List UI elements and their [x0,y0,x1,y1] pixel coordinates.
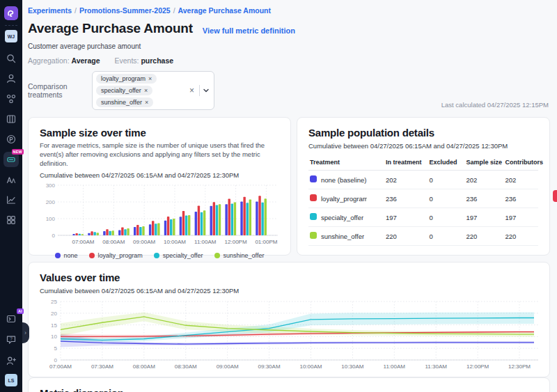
left-sidebar: WJ NEW [0,0,22,392]
breadcrumb-item[interactable]: Promotions-Summer-2025 [79,6,171,15]
treatment-cell: specialty_offer [308,208,384,227]
table-cell: 197 [503,208,538,227]
help-chat-icon[interactable]: ? [3,332,19,347]
chip-remove-icon[interactable]: × [148,75,152,82]
chip-remove-icon[interactable]: × [144,87,148,94]
sample-size-title: Sample size over time [40,127,279,139]
svg-text:10: 10 [51,334,57,340]
table-cell: 0 [428,227,465,246]
invite-user-icon[interactable] [3,353,19,368]
sample-size-bar-chart: 010020030007:00AM08:00AM09:00AM10:00AM11… [40,181,279,251]
chip-remove-icon[interactable]: × [145,99,148,106]
svg-text:09:00AM: 09:00AM [133,239,155,245]
legend-item: none [55,252,78,259]
legend-dot [214,253,220,258]
dashboards-icon[interactable] [3,212,19,228]
feedback-tab[interactable] [553,190,557,202]
statsig-logo-icon[interactable] [4,6,18,20]
pulse-icon[interactable] [3,132,19,147]
table-row: specialty_offer1970197197 [308,208,538,227]
legend-dot [55,253,61,258]
autotune-icon[interactable] [3,172,19,187]
treatment-chip-label: specialty_offer [101,87,141,94]
legend-item: loyalty_program [89,252,143,259]
chevron-down-icon[interactable] [202,86,210,95]
svg-text:12:00PM: 12:00PM [225,239,247,245]
table-row: loyalty_program2360236236 [308,189,538,208]
legend-item: sunshine_offer [214,252,265,259]
legend-label: specialty_offer [163,252,203,259]
svg-text:25: 25 [51,299,57,305]
clear-all-icon[interactable]: × [187,86,197,95]
breadcrumb: Experiments/Promotions-Summer-2025/Avera… [28,6,550,15]
table-header: Contributors [503,155,538,171]
user-avatar[interactable]: LS [5,374,17,386]
values-over-time-card: Values over time Cumulative between 04/2… [28,262,550,377]
breadcrumb-item[interactable]: Average Purchase Amount [178,6,271,15]
treatment-name: loyalty_program [321,195,367,203]
aggregation-label: Aggregation: [28,56,70,65]
view-metric-definition-link[interactable]: View full metric definition [203,26,295,35]
table-cell: 0 [428,189,465,208]
select-divider [199,85,200,96]
svg-text:5: 5 [54,345,58,352]
table-cell: 0 [428,171,465,189]
svg-text:09:00AM: 09:00AM [217,363,239,370]
treatment-name: specialty_offer [321,214,363,221]
user-icon[interactable] [3,71,19,86]
svg-text:08:00AM: 08:00AM [102,239,125,245]
values-cumulative: Cumulative between 04/27/2025 06:15AM an… [40,287,538,295]
sidebar-divider [5,25,17,26]
treatment-chip[interactable]: sunshine_offer× [96,97,153,107]
table-header: Sample size [464,155,503,171]
svg-text:07:30AM: 07:30AM [91,363,113,370]
sample-size-description: For average metrics, sample size is the … [40,141,279,168]
population-details-card: Sample population details Cumulative bet… [297,117,550,256]
treatment-chip-label: sunshine_offer [101,99,142,106]
dispersion-title: Metric dispersion [40,387,538,392]
treatment-cell: loyalty_program [308,189,384,208]
treatment-cell: none (baseline) [308,171,384,189]
table-cell: 220 [384,227,428,246]
svg-text:15: 15 [51,322,57,329]
metrics-icon[interactable] [3,192,19,207]
app-window: WJ NEW [0,0,557,392]
sample-size-card: Sample size over time For average metric… [28,117,291,256]
table-cell: 0 [428,208,465,227]
svg-text:10:00AM: 10:00AM [164,239,186,245]
comparison-label: Comparison treatments [28,82,92,99]
svg-text:11:30AM: 11:30AM [425,363,447,370]
treatment-chip[interactable]: specialty_offer× [96,86,152,95]
treatment-color-swatch [310,232,317,239]
svg-text:07:00AM: 07:00AM [72,239,94,245]
treatment-name: sunshine_offer [321,233,364,240]
table-cell: 236 [464,189,503,208]
search-icon[interactable] [3,51,19,66]
metric-dispersion-card: Metric dispersion Cumulative between 04/… [28,377,550,392]
svg-text:20: 20 [51,311,57,317]
values-title: Values over time [40,272,538,283]
treatment-color-swatch [310,194,317,201]
segments-icon[interactable] [3,91,19,107]
svg-text:11:00AM: 11:00AM [384,363,406,370]
ai-badge: AI [17,308,24,314]
main-content: Experiments/Promotions-Summer-2025/Avera… [22,0,557,392]
aggregation-row: Aggregation: Average Events: purchase [28,56,550,65]
treatment-chip[interactable]: loyalty_program× [96,74,157,84]
workspace-avatar[interactable]: WJ [5,30,17,42]
experiments-icon[interactable]: NEW [3,152,19,167]
table-cell: 236 [503,189,538,208]
legend-label: loyalty_program [98,252,143,259]
treatments-select[interactable]: loyalty_program×specialty_offer×sunshine… [92,71,214,110]
breadcrumb-item[interactable]: Experiments [28,6,72,15]
svg-text:12:00PM: 12:00PM [466,363,489,370]
feeds-icon[interactable] [3,111,19,127]
table-cell: 197 [384,208,428,227]
events-value: purchase [141,56,173,65]
sidebar-expand-handle[interactable]: › [22,322,29,343]
table-header: Treatment [308,155,384,171]
svg-text:09:30AM: 09:30AM [258,363,281,370]
table-header: In treatment [384,155,428,171]
svg-text:08:30AM: 08:30AM [175,363,197,370]
ai-console-icon[interactable]: AI [3,311,19,327]
